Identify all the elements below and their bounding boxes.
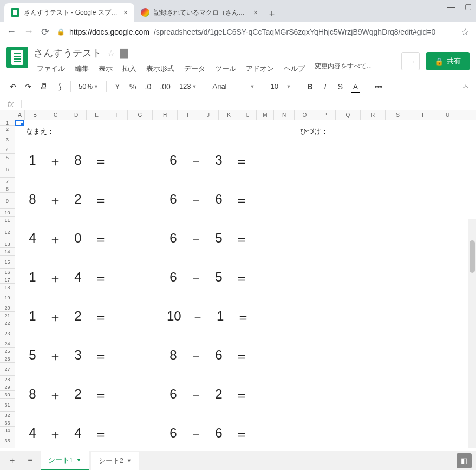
column-header[interactable]: H bbox=[153, 110, 178, 120]
forward-icon[interactable]: → bbox=[24, 26, 34, 37]
column-header[interactable]: U bbox=[435, 110, 460, 120]
currency-button[interactable]: ¥ bbox=[111, 80, 124, 93]
print-icon[interactable]: 🖶 bbox=[37, 80, 51, 93]
row-header[interactable]: 28 bbox=[0, 376, 15, 383]
column-header[interactable]: P bbox=[315, 110, 336, 120]
row-header[interactable]: 36 bbox=[0, 447, 15, 448]
scrollbar-thumb[interactable] bbox=[470, 240, 475, 273]
select-all-corner[interactable] bbox=[0, 110, 15, 120]
menu-format[interactable]: 表示形式 bbox=[143, 62, 178, 76]
row-header[interactable]: 1 bbox=[0, 120, 15, 126]
row-header[interactable]: 14 bbox=[0, 248, 15, 256]
document-title[interactable]: さんすうテスト bbox=[34, 47, 102, 60]
paint-format-icon[interactable]: ⟆ bbox=[53, 80, 66, 93]
more-tools-button[interactable]: ••• bbox=[371, 80, 386, 93]
menu-edit[interactable]: 編集 bbox=[71, 62, 92, 76]
decrease-decimal-button[interactable]: .0 bbox=[141, 80, 154, 93]
column-header[interactable]: A bbox=[15, 110, 25, 120]
column-header[interactable]: K bbox=[219, 110, 239, 120]
row-header[interactable]: 32 bbox=[0, 412, 15, 419]
menu-addons[interactable]: アドオン bbox=[243, 62, 277, 76]
row-header[interactable]: 17 bbox=[0, 276, 15, 284]
column-header[interactable]: G bbox=[128, 110, 153, 120]
row-header[interactable]: 30 bbox=[0, 391, 15, 399]
percent-button[interactable]: % bbox=[126, 80, 139, 93]
undo-icon[interactable]: ↶ bbox=[6, 80, 19, 93]
column-header[interactable]: E bbox=[87, 110, 107, 120]
vertical-scrollbar[interactable] bbox=[468, 219, 476, 448]
row-header[interactable]: 2 bbox=[0, 126, 15, 133]
row-header[interactable]: 35 bbox=[0, 434, 15, 447]
row-header[interactable]: 25 bbox=[0, 348, 15, 355]
strikethrough-button[interactable]: S bbox=[334, 80, 347, 93]
column-header[interactable]: M bbox=[257, 110, 274, 120]
row-header[interactable]: 9 bbox=[0, 193, 15, 209]
comments-button[interactable]: ▭ bbox=[401, 52, 420, 70]
font-dropdown[interactable]: Arial▼ bbox=[210, 80, 258, 93]
number-format-dropdown[interactable]: 123▼ bbox=[176, 80, 200, 93]
row-header[interactable]: 33 bbox=[0, 419, 15, 427]
row-header[interactable]: 20 bbox=[0, 304, 15, 312]
all-sheets-button[interactable]: ≡ bbox=[22, 453, 38, 469]
row-header[interactable]: 31 bbox=[0, 399, 15, 412]
sheet-tab-1[interactable]: シート1▼ bbox=[41, 451, 89, 471]
share-button[interactable]: 🔒 共有 bbox=[426, 52, 470, 70]
row-header[interactable]: 13 bbox=[0, 240, 15, 248]
window-maximize-icon[interactable]: ▢ bbox=[465, 2, 472, 11]
changes-saved-link[interactable]: 変更内容をすべて... bbox=[315, 62, 372, 76]
increase-decimal-button[interactable]: .00 bbox=[157, 80, 173, 93]
window-minimize-icon[interactable]: — bbox=[447, 2, 455, 11]
add-sheet-button[interactable]: + bbox=[4, 453, 20, 469]
row-header[interactable]: 8 bbox=[0, 185, 15, 193]
row-header[interactable]: 22 bbox=[0, 319, 15, 327]
spreadsheet-grid[interactable]: ABCDEFGHIJKLMNOPQRSTU 123456789101112131… bbox=[0, 110, 476, 448]
text-color-button[interactable]: A bbox=[349, 80, 362, 93]
zoom-dropdown[interactable]: 50%▼ bbox=[75, 80, 102, 93]
row-header[interactable]: 19 bbox=[0, 291, 15, 304]
redo-icon[interactable]: ↷ bbox=[22, 80, 35, 93]
folder-icon[interactable]: ▇ bbox=[120, 47, 128, 59]
menu-data[interactable]: データ bbox=[181, 62, 208, 76]
row-header[interactable]: 18 bbox=[0, 284, 15, 291]
browser-tab-script[interactable]: 記録されているマクロ（さんすうテスト × bbox=[134, 3, 264, 22]
sheet-body[interactable]: なまえ： ひづけ： 1＋8＝8＋2＝4＋0＝1＋4＝1＋2＝5＋3＝8＋2＝4＋… bbox=[15, 120, 476, 448]
column-header[interactable]: T bbox=[410, 110, 435, 120]
close-icon[interactable]: × bbox=[253, 8, 258, 17]
menu-tools[interactable]: ツール bbox=[212, 62, 239, 76]
row-header[interactable]: 26 bbox=[0, 355, 15, 363]
menu-view[interactable]: 表示 bbox=[95, 62, 116, 76]
row-header[interactable]: 23 bbox=[0, 327, 15, 340]
row-header[interactable]: 15 bbox=[0, 256, 15, 269]
column-header[interactable]: J bbox=[198, 110, 219, 120]
close-icon[interactable]: × bbox=[123, 8, 128, 17]
column-header[interactable]: B bbox=[25, 110, 45, 120]
column-header[interactable]: R bbox=[361, 110, 386, 120]
row-header[interactable]: 4 bbox=[0, 146, 15, 154]
menu-insert[interactable]: 挿入 bbox=[119, 62, 140, 76]
row-header[interactable]: 7 bbox=[0, 178, 15, 185]
row-header[interactable]: 24 bbox=[0, 340, 15, 348]
collapse-toolbar-icon[interactable]: ㅅ bbox=[462, 82, 470, 92]
column-header[interactable]: F bbox=[107, 110, 128, 120]
reload-icon[interactable]: ⟳ bbox=[41, 26, 49, 38]
menu-help[interactable]: ヘルプ bbox=[281, 62, 308, 76]
row-header[interactable]: 11 bbox=[0, 217, 15, 224]
column-header[interactable]: S bbox=[386, 110, 410, 120]
font-size-dropdown[interactable]: 10▼ bbox=[268, 80, 295, 93]
column-header[interactable]: N bbox=[274, 110, 295, 120]
column-header[interactable]: Q bbox=[336, 110, 361, 120]
column-header[interactable]: I bbox=[178, 110, 198, 120]
bold-button[interactable]: B bbox=[304, 80, 317, 93]
bookmark-icon[interactable]: ☆ bbox=[461, 26, 470, 38]
back-icon[interactable]: ← bbox=[6, 26, 16, 37]
row-header[interactable]: 21 bbox=[0, 312, 15, 319]
row-header[interactable]: 6 bbox=[0, 161, 15, 178]
column-header[interactable]: D bbox=[66, 110, 87, 120]
sheets-logo-icon[interactable] bbox=[6, 47, 28, 68]
browser-tab-sheets[interactable]: さんすうテスト - Google スプレッドシー × bbox=[4, 3, 134, 22]
url-field[interactable]: 🔒 https://docs.google.com/spreadsheets/d… bbox=[57, 28, 453, 36]
sheet-tab-2[interactable]: シート2▼ bbox=[91, 452, 139, 470]
row-header[interactable]: 10 bbox=[0, 209, 15, 217]
row-header[interactable]: 27 bbox=[0, 363, 15, 376]
new-tab-button[interactable]: + bbox=[264, 6, 279, 22]
